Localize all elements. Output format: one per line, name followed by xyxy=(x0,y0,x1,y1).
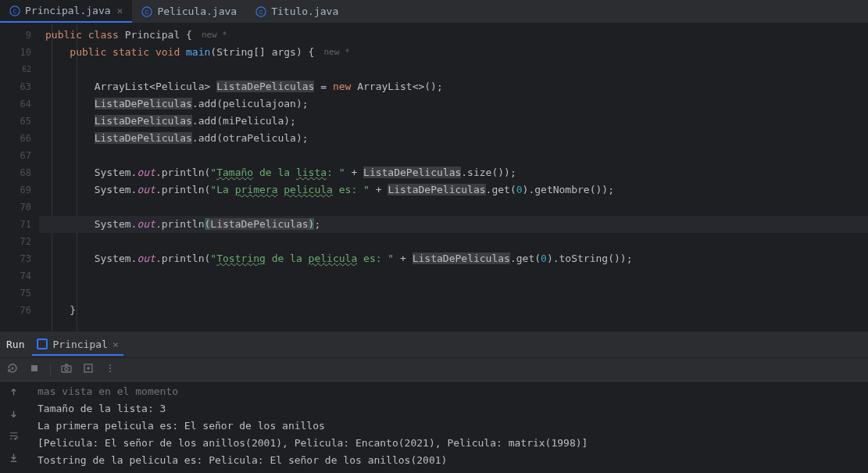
generic: <Pelicula> xyxy=(149,81,216,92)
variable: ListaDePeliculas xyxy=(388,184,485,195)
line-number: 64 xyxy=(0,95,39,113)
close: ); xyxy=(284,115,296,127)
svg-text:C: C xyxy=(13,8,16,13)
class-name: Principal xyxy=(125,29,180,41)
line-number: 74 xyxy=(0,267,39,285)
run-toolbar xyxy=(0,357,868,381)
line-number: 68 xyxy=(0,164,39,181)
keyword: class xyxy=(88,29,119,41)
static-field: out xyxy=(137,167,155,178)
svg-point-10 xyxy=(109,364,111,366)
run-tab[interactable]: Principal × xyxy=(32,334,123,356)
keyword: static xyxy=(113,46,149,58)
inline-hint: new * xyxy=(202,27,227,44)
console-line: Tostring de la pelicula es: Pelicula: El… xyxy=(38,452,868,469)
close-icon[interactable]: × xyxy=(117,5,123,16)
expr: ArrayList<>(); xyxy=(351,81,442,92)
call: .add( xyxy=(192,132,223,144)
svg-text:C: C xyxy=(259,9,263,14)
variable: ListaDePeliculas xyxy=(210,218,308,230)
variable: ListaDePeliculas xyxy=(95,115,192,127)
svg-rect-6 xyxy=(31,365,38,371)
call: .add( xyxy=(192,115,223,127)
console-line: [Pelicula: El señor de los anillos(2001)… xyxy=(38,435,868,452)
close-icon[interactable]: × xyxy=(113,339,119,350)
variable: ListaDePeliculas xyxy=(95,98,192,109)
line-number: 9 xyxy=(0,27,39,44)
line-number: 72 xyxy=(0,233,39,250)
wrap-icon[interactable] xyxy=(8,430,20,444)
console-line: Tamaño de la lista: 3 xyxy=(38,400,868,417)
code-body[interactable]: public class Principal {new * public sta… xyxy=(39,23,868,331)
line-number: 75 xyxy=(0,285,39,302)
separator xyxy=(50,363,51,377)
camera-icon[interactable] xyxy=(60,362,73,377)
console-line: La primera pelicula es: El señor de los … xyxy=(38,417,868,435)
up-arrow-icon[interactable] xyxy=(8,386,20,400)
export-icon[interactable] xyxy=(82,362,95,377)
class-icon: C xyxy=(141,6,152,17)
tab-label: Principal.java xyxy=(25,5,111,16)
inline-hint: new * xyxy=(323,44,349,61)
keyword: public xyxy=(70,46,106,58)
more-icon[interactable] xyxy=(104,362,116,377)
line-number: 10 xyxy=(0,44,39,61)
line-number: 67 xyxy=(0,147,39,164)
tab-titulo[interactable]: C Titulo.java xyxy=(246,0,348,23)
editor-tabs: C Principal.java × C Pelicula.java C Tit… xyxy=(0,0,868,23)
arg: otraPelicula xyxy=(223,132,296,144)
arg: miPelicula xyxy=(223,115,284,127)
variable: ListaDePeliculas xyxy=(216,81,314,92)
class: System xyxy=(95,167,131,178)
brace: { xyxy=(180,29,192,41)
close: ); xyxy=(296,98,309,109)
app-icon xyxy=(37,339,48,349)
run-tab-label: Principal xyxy=(52,339,107,350)
svg-point-11 xyxy=(109,367,111,369)
console-line: mas vista en el momento xyxy=(38,383,868,400)
svg-point-12 xyxy=(109,371,111,372)
svg-point-8 xyxy=(65,367,68,371)
keyword: public xyxy=(45,29,82,41)
down-arrow-icon[interactable] xyxy=(8,408,20,422)
line-number: 65 xyxy=(0,113,39,130)
arg: peliculajoan xyxy=(223,98,296,109)
brace: } xyxy=(70,304,76,316)
tab-label: Titulo.java xyxy=(271,5,338,17)
keyword: void xyxy=(155,46,180,58)
line-number: 66 xyxy=(0,130,39,147)
line-number: 62 xyxy=(0,61,39,78)
line-number: 69 xyxy=(0,181,39,199)
tab-label: Pelicula.java xyxy=(157,5,237,17)
variable: ListaDePeliculas xyxy=(363,167,461,178)
brace: { xyxy=(302,46,315,58)
method-name: main xyxy=(186,46,210,58)
run-panel-title: Run xyxy=(6,339,24,350)
tab-principal[interactable]: C Principal.java × xyxy=(0,0,132,23)
code-editor[interactable]: 9 10 62 63 64 65 66 67 68 69 70 71 72 73… xyxy=(0,23,868,331)
call: .add( xyxy=(192,98,223,109)
line-number: 71 xyxy=(0,216,39,233)
params: (String[] args) xyxy=(210,46,302,58)
tab-pelicula[interactable]: C Pelicula.java xyxy=(132,0,246,23)
line-number: 70 xyxy=(0,199,39,216)
class-icon: C xyxy=(255,6,266,17)
svg-rect-7 xyxy=(62,366,71,372)
stop-icon[interactable] xyxy=(28,362,41,377)
console-output[interactable]: mas vista en el momentoTamaño de la list… xyxy=(27,382,868,473)
rerun-icon[interactable] xyxy=(6,362,19,377)
close: ); xyxy=(296,132,309,144)
line-number: 63 xyxy=(0,78,39,95)
run-console: mas vista en el momentoTamaño de la list… xyxy=(0,381,868,473)
keyword: new xyxy=(333,81,351,92)
variable: ListaDePeliculas xyxy=(413,253,510,264)
class-icon: C xyxy=(9,5,20,16)
line-number: 73 xyxy=(0,250,39,267)
scroll-end-icon[interactable] xyxy=(8,452,20,466)
variable: ListaDePeliculas xyxy=(95,132,192,144)
svg-text:C: C xyxy=(145,9,149,14)
line-number: 76 xyxy=(0,302,39,319)
run-panel-header: Run Principal × xyxy=(0,331,868,357)
call: .println( xyxy=(155,167,210,178)
type: ArrayList xyxy=(95,81,149,92)
